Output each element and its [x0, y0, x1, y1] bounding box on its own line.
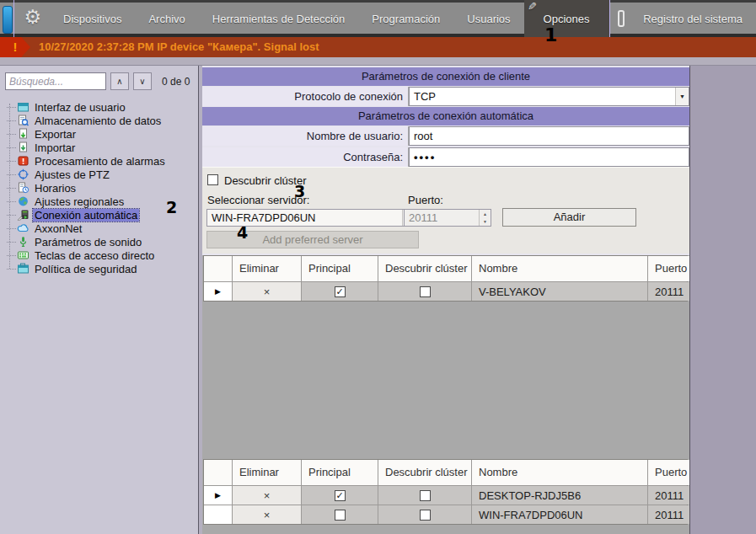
discover-cluster-checkbox[interactable]: [420, 490, 431, 501]
tree-item-exportar[interactable]: Exportar: [3, 127, 198, 141]
settings-tree: Interfaz de usuarioAlmacenamiento de dat…: [3, 100, 198, 275]
discovered-servers-table: EliminarPrincipalDescubrir clústerNombre…: [203, 459, 688, 525]
discover-cluster-cell: [378, 505, 471, 524]
search-input[interactable]: [5, 72, 106, 90]
password-field[interactable]: ••••: [409, 147, 689, 167]
tree-item-label: AxxonNet: [33, 222, 83, 235]
tree-branch-line: [7, 242, 16, 243]
stepper-buttons[interactable]: ▲▼: [479, 210, 491, 226]
top-menu-bar: ⚙ Dispositivos Archivo Herramientas de D…: [0, 0, 756, 37]
section-title-client-connection: Parámetros de conexión de cliente: [202, 67, 689, 86]
server-port-cell[interactable]: 20111: [648, 486, 693, 505]
row-selector-cell[interactable]: [204, 505, 232, 524]
server-port-cell[interactable]: 20111: [648, 282, 693, 301]
principal-cell: ✓: [302, 282, 378, 301]
tree-item-pol-tica-de-seguridad[interactable]: Política de seguridad: [3, 262, 198, 275]
tree-branch-line: [7, 255, 16, 256]
stepper-up-icon[interactable]: ▲: [480, 210, 491, 218]
connection-settings-panel: Parámetros de conexión de cliente Protoc…: [202, 66, 689, 534]
hotkeys-icon: [17, 249, 29, 261]
username-label: Nombre de usuario:: [202, 126, 408, 146]
discover-cluster-checkbox[interactable]: [207, 174, 218, 185]
discover-cluster-checkbox[interactable]: [420, 286, 431, 297]
table-header: Principal: [302, 256, 378, 281]
server-name-cell[interactable]: V-BELYAKOV: [472, 282, 647, 301]
tree-branch-line: [7, 134, 16, 135]
chevron-down-icon[interactable]: ▼: [675, 88, 689, 105]
tree-item-label: Procesamiento de alarmas: [33, 155, 167, 168]
cloud-icon: [17, 222, 29, 234]
row-selector-cell[interactable]: ▶: [204, 486, 232, 505]
protocol-value: TCP: [414, 90, 436, 103]
main-panel: Parámetros de conexión de cliente Protoc…: [202, 66, 756, 534]
tree-item-importar[interactable]: Importar: [3, 141, 198, 154]
tree-item-label: Exportar: [33, 128, 78, 141]
schedule-icon: [17, 182, 29, 194]
sound-icon: [17, 236, 29, 248]
tree-item-axxonnet[interactable]: AxxonNet: [3, 222, 198, 235]
username-field[interactable]: root: [409, 126, 689, 146]
discover-cluster-checkbox[interactable]: [420, 510, 431, 521]
server-select-value: WIN-FRA7DPD06UN: [212, 211, 316, 224]
table-header: Descubrir clúster: [378, 460, 471, 485]
tree-item-label: Ajustes regionales: [33, 195, 126, 208]
search-prev-button[interactable]: ∧: [110, 72, 129, 90]
annotation-1: 1: [544, 24, 557, 45]
tree-item-interfaz-de-usuario[interactable]: Interfaz de usuario: [3, 100, 198, 114]
tree-item-teclas-de-acceso-directo[interactable]: Teclas de acceso directo: [3, 248, 198, 262]
stepper-down-icon[interactable]: ▼: [480, 218, 491, 227]
app-grid-icon[interactable]: [3, 6, 13, 34]
port-stepper[interactable]: 20111 ▲▼: [404, 209, 491, 227]
alert-bar[interactable]: ! 10/27/2020 2:37:28 PM IP device "Камер…: [0, 37, 756, 57]
tree-branch-line: [7, 215, 16, 216]
content-area: ∧ ∨ 0 de 0 Interfaz de usuarioAlmacenami…: [0, 66, 756, 534]
tree-item-label: Almacenamiento de datos: [33, 115, 163, 127]
menu-item-dispositivos[interactable]: Dispositivos: [50, 0, 135, 37]
delete-row-button[interactable]: ×: [233, 486, 301, 505]
tree-item-procesamiento-de-alarmas[interactable]: Procesamiento de alarmas: [3, 154, 198, 168]
report-icon[interactable]: [618, 10, 625, 27]
tree-item-horarios[interactable]: Horarios: [3, 181, 198, 195]
menu-item-usuarios[interactable]: Usuarios: [453, 0, 523, 37]
menu-item-registro[interactable]: Registro del sistema: [630, 0, 756, 37]
gear-icon[interactable]: ⚙: [13, 0, 50, 37]
tree-branch-line: [7, 147, 16, 148]
username-row: Nombre de usuario: root: [202, 126, 689, 146]
search-next-button[interactable]: ∨: [133, 72, 152, 90]
menu-item-archivo[interactable]: Archivo: [135, 0, 198, 37]
port-label: Puerto:: [408, 194, 443, 206]
tree-item-label: Conexión automática: [33, 209, 139, 222]
tree-item-par-metros-de-sonido[interactable]: Parámetros de sonido: [3, 235, 198, 248]
server-port-cell[interactable]: 20111: [648, 505, 693, 524]
tree-item-label: Horarios: [33, 182, 78, 195]
protocol-label: Protocolo de conexión: [202, 87, 408, 106]
server-name-cell[interactable]: WIN-FRA7DPD06UN: [472, 505, 647, 524]
tree-branch-line: [7, 120, 16, 121]
principal-checkbox[interactable]: [335, 510, 346, 521]
menu-item-programacion[interactable]: Programación: [358, 0, 453, 37]
pencil-icon: ✎: [528, 0, 537, 13]
tree-item-almacenamiento-de-datos[interactable]: Almacenamiento de datos: [3, 114, 198, 127]
principal-checkbox[interactable]: ✓: [335, 490, 346, 501]
section-title-auto-connection: Parámetros de conexión automática: [202, 107, 689, 125]
tree-branch-line: [7, 228, 16, 229]
tree-item-label: Política de seguridad: [33, 263, 138, 275]
port-value: 20111: [409, 211, 437, 224]
delete-row-button[interactable]: ×: [233, 505, 301, 524]
protocol-row: Protocolo de conexión TCP ▼: [202, 87, 689, 106]
protocol-select[interactable]: TCP ▼: [409, 87, 689, 106]
server-name-cell[interactable]: DESKTOP-RJDJ5B6: [472, 486, 647, 505]
tree-item-ajustes-de-ptz[interactable]: Ajustes de PTZ: [3, 168, 198, 181]
principal-cell: ✓: [302, 486, 378, 505]
search-match-count: 0 de 0: [162, 76, 190, 88]
tree-branch-line: [7, 201, 16, 202]
menu-item-herramientas[interactable]: Herramientas de Detección: [199, 0, 359, 37]
window-icon: [17, 101, 29, 113]
row-selector-cell[interactable]: ▶: [204, 282, 232, 301]
add-server-button[interactable]: Añadir: [502, 208, 636, 227]
tab-opciones-active[interactable]: ✎ Opciones: [524, 0, 609, 37]
principal-checkbox[interactable]: ✓: [335, 286, 346, 297]
delete-row-button[interactable]: ×: [233, 282, 301, 301]
storage-search-icon: [17, 115, 29, 126]
tree-branch-line: [7, 174, 16, 175]
